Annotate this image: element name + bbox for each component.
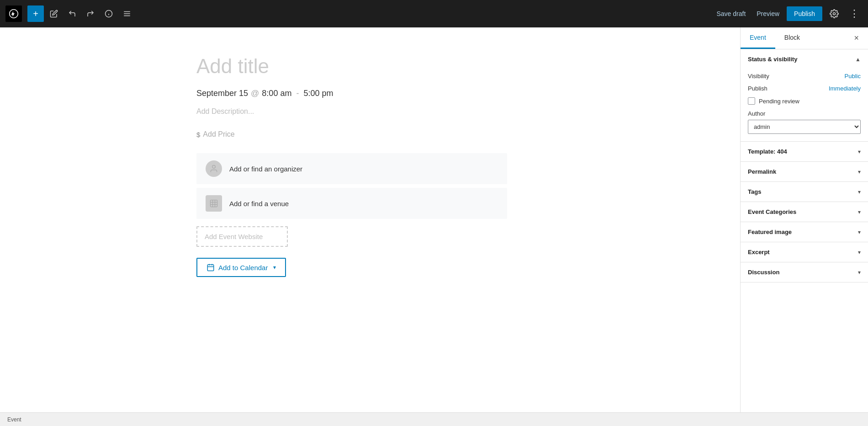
section-excerpt-title: Excerpt (748, 249, 770, 256)
publish-value[interactable]: Immediately (829, 85, 861, 92)
section-template-chevron: ▾ (858, 149, 861, 155)
section-featured-image: Featured image ▾ (741, 222, 868, 242)
website-input[interactable]: Add Event Website (196, 226, 288, 247)
sidebar-close-button[interactable]: × (850, 30, 863, 47)
preview-button[interactable]: Preview (753, 7, 783, 20)
pending-review-label: Pending review (759, 98, 799, 105)
add-to-calendar-label: Add to Calendar (218, 264, 268, 272)
section-template-title: Template: 404 (748, 148, 787, 155)
sidebar: Event Block × Status & visibility ▲ Visi… (740, 27, 868, 412)
list-view-button[interactable] (119, 5, 135, 22)
section-tags-header[interactable]: Tags ▾ (741, 182, 868, 202)
publish-row: Publish Immediately (748, 85, 861, 92)
event-date-label: September 15 (196, 89, 248, 98)
svg-rect-8 (211, 200, 217, 207)
publish-label: Publish (748, 85, 767, 92)
undo-button[interactable] (64, 5, 80, 22)
publish-button[interactable]: Publish (787, 6, 822, 21)
venue-placeholder: Add or find a venue (229, 200, 289, 208)
pending-review-checkbox[interactable] (748, 97, 755, 105)
section-excerpt: Excerpt ▾ (741, 242, 868, 262)
section-status-visibility-chevron: ▲ (855, 56, 861, 63)
visibility-value[interactable]: Public (845, 73, 861, 80)
dollar-sign: $ (196, 131, 200, 138)
toolbar: + Save draft Preview (0, 0, 868, 27)
svg-rect-13 (207, 265, 214, 271)
venue-icon (206, 195, 222, 212)
section-discussion-title: Discussion (748, 269, 779, 276)
author-select[interactable]: admin (748, 120, 861, 134)
section-permalink-header[interactable]: Permalink ▾ (741, 162, 868, 181)
section-excerpt-header[interactable]: Excerpt ▾ (741, 242, 868, 262)
section-template: Template: 404 ▾ (741, 142, 868, 162)
info-button[interactable] (101, 5, 117, 22)
organizer-icon (206, 160, 222, 177)
at-symbol: @ (251, 89, 259, 98)
section-status-visibility: Status & visibility ▲ Visibility Public … (741, 49, 868, 142)
section-discussion: Discussion ▾ (741, 262, 868, 282)
price-placeholder: Add Price (203, 130, 234, 138)
calendar-icon (206, 263, 215, 272)
section-template-header[interactable]: Template: 404 ▾ (741, 142, 868, 161)
title-input[interactable]: Add title (196, 55, 544, 78)
section-tags-title: Tags (748, 188, 761, 195)
section-event-categories: Event Categories ▾ (741, 202, 868, 222)
event-date: September 15 @ 8:00 am - 5:00 pm (196, 89, 544, 98)
tab-block[interactable]: Block (775, 27, 809, 49)
add-to-calendar-button[interactable]: Add to Calendar ▾ (196, 258, 286, 277)
sidebar-header: Event Block × (741, 27, 868, 49)
description-input[interactable]: Add Description... (196, 107, 544, 116)
section-tags: Tags ▾ (741, 182, 868, 202)
toolbar-right: Save draft Preview Publish ⋮ (713, 5, 863, 22)
editor-content: Add title September 15 @ 8:00 am - 5:00 … (178, 27, 562, 314)
section-discussion-header[interactable]: Discussion ▾ (741, 262, 868, 282)
section-featured-image-header[interactable]: Featured image ▾ (741, 222, 868, 242)
calendar-chevron-icon: ▾ (273, 264, 276, 271)
organizer-row[interactable]: Add or find an organizer (196, 153, 507, 184)
section-event-categories-title: Event Categories (748, 208, 796, 215)
section-tags-chevron: ▾ (858, 189, 861, 195)
section-event-categories-header[interactable]: Event Categories ▾ (741, 202, 868, 222)
tab-event[interactable]: Event (741, 27, 775, 49)
section-permalink-chevron: ▾ (858, 169, 861, 175)
redo-button[interactable] (82, 5, 99, 22)
pending-review-row: Pending review (748, 97, 861, 105)
section-featured-image-title: Featured image (748, 229, 792, 235)
section-excerpt-chevron: ▾ (858, 249, 861, 256)
section-status-visibility-title: Status & visibility (748, 56, 797, 63)
author-label: Author (748, 110, 861, 117)
edit-button[interactable] (46, 5, 62, 22)
more-options-button[interactable]: ⋮ (846, 5, 863, 22)
main-area: Add title September 15 @ 8:00 am - 5:00 … (0, 27, 868, 412)
editor-area[interactable]: Add title September 15 @ 8:00 am - 5:00 … (0, 27, 740, 412)
svg-point-6 (833, 13, 836, 15)
price-row[interactable]: $ Add Price (196, 130, 544, 138)
section-permalink: Permalink ▾ (741, 162, 868, 182)
section-featured-image-chevron: ▾ (858, 229, 861, 235)
section-status-visibility-header[interactable]: Status & visibility ▲ (741, 49, 868, 69)
organizer-placeholder: Add or find an organizer (229, 165, 302, 173)
time-separator: - (296, 89, 299, 98)
settings-button[interactable] (826, 5, 842, 22)
status-bar: Event (0, 412, 868, 426)
section-status-visibility-content: Visibility Public Publish Immediately Pe… (741, 69, 868, 141)
visibility-row: Visibility Public (748, 73, 861, 80)
section-permalink-title: Permalink (748, 168, 776, 175)
event-time-start: 8:00 am (262, 89, 291, 98)
venue-row[interactable]: Add or find a venue (196, 188, 507, 219)
wp-logo (5, 5, 22, 22)
section-discussion-chevron: ▾ (858, 269, 861, 276)
event-time-end: 5:00 pm (303, 89, 333, 98)
add-block-button[interactable]: + (27, 5, 44, 22)
save-draft-button[interactable]: Save draft (713, 7, 749, 20)
visibility-label: Visibility (748, 73, 769, 80)
section-event-categories-chevron: ▾ (858, 209, 861, 215)
svg-point-7 (212, 165, 216, 169)
status-bar-text: Event (7, 416, 21, 423)
